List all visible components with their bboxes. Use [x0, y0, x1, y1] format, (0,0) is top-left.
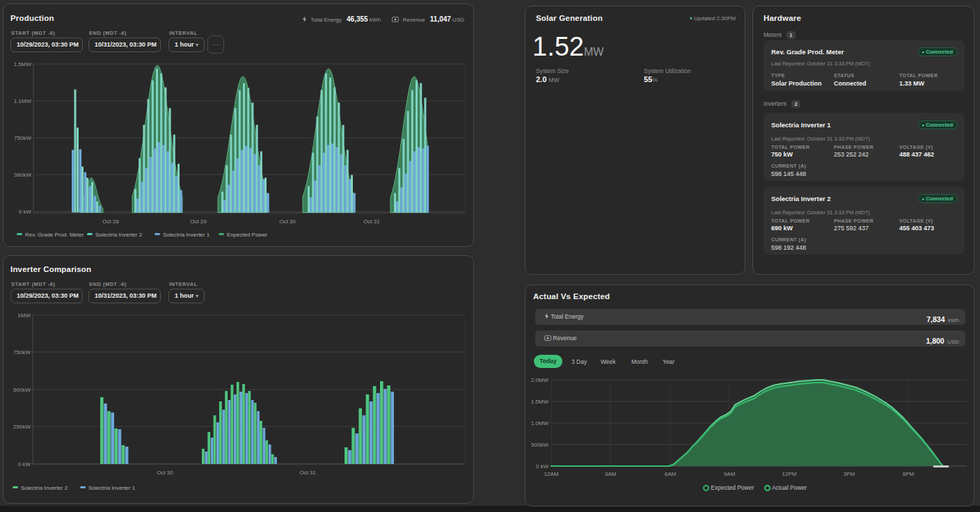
svg-text:380kW: 380kW	[14, 172, 31, 178]
svg-text:Oct 31: Oct 31	[363, 218, 380, 225]
svg-text:3PM: 3PM	[844, 471, 855, 477]
svg-text:1.5MW: 1.5MW	[531, 399, 549, 405]
svg-text:1.1MW: 1.1MW	[14, 98, 32, 104]
svg-text:750kW: 750kW	[13, 349, 31, 355]
svg-text:1.5MW: 1.5MW	[14, 61, 32, 67]
svg-text:250kW: 250kW	[13, 424, 31, 430]
svg-text:12AM: 12AM	[544, 471, 559, 477]
svg-text:Oct 28: Oct 28	[102, 218, 119, 225]
svg-text:3AM: 3AM	[605, 471, 617, 477]
svg-text:12PM: 12PM	[782, 471, 797, 477]
svg-text:Oct 29: Oct 29	[190, 218, 207, 225]
svg-text:Oct 30: Oct 30	[279, 218, 296, 225]
svg-text:0 kW: 0 kW	[18, 461, 31, 467]
svg-text:Oct 30: Oct 30	[157, 470, 173, 476]
svg-text:0 kW: 0 kW	[19, 209, 32, 215]
svg-text:6PM: 6PM	[903, 471, 915, 477]
svg-text:9AM: 9AM	[724, 471, 736, 477]
svg-text:750kW: 750kW	[14, 135, 31, 141]
svg-text:2.0MW: 2.0MW	[531, 377, 549, 383]
svg-text:1.0MW: 1.0MW	[531, 420, 549, 426]
svg-text:0 kW: 0 kW	[536, 463, 549, 470]
svg-text:Oct 31: Oct 31	[299, 470, 316, 476]
svg-text:500kW: 500kW	[13, 387, 31, 393]
svg-text:500kW: 500kW	[531, 442, 548, 448]
svg-text:6AM: 6AM	[665, 471, 677, 477]
svg-text:1MW: 1MW	[17, 312, 31, 319]
